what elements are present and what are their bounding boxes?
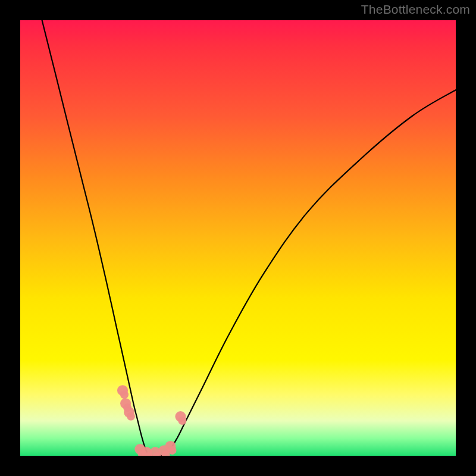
watermark-text: TheBottleneck.com [361, 2, 470, 17]
bottleneck-curve [42, 20, 456, 456]
marker-left-cluster-a [117, 385, 129, 399]
plot-area [20, 20, 456, 456]
chart-frame: TheBottleneck.com [0, 0, 476, 476]
svg-point-1 [120, 390, 129, 399]
marker-left-cluster-c [124, 407, 135, 421]
marker-layer [117, 385, 186, 456]
chart-svg [20, 20, 456, 456]
svg-point-17 [178, 416, 186, 425]
marker-right-point [175, 411, 186, 425]
svg-point-15 [168, 446, 177, 455]
svg-point-5 [127, 412, 135, 421]
